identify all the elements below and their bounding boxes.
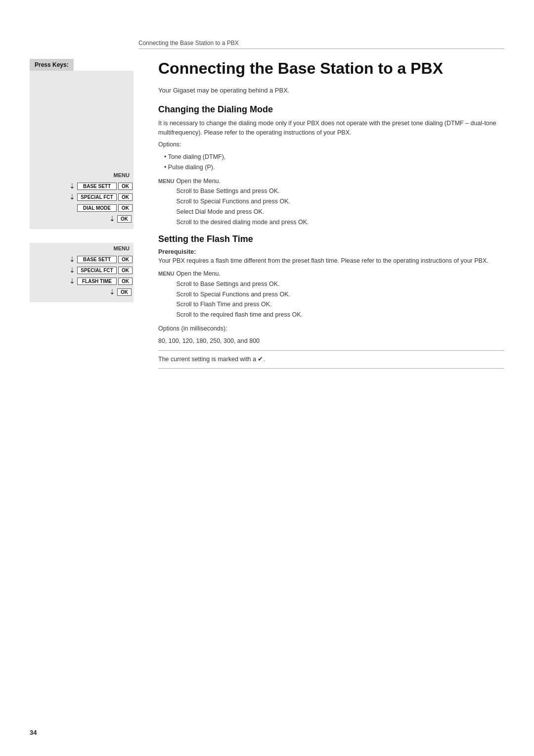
table-row: MENU Open the Menu.	[158, 269, 504, 279]
key-row-dial-mode: DIAL MODE OK	[30, 202, 134, 213]
prerequisite-text: Your PBX requires a flash time different…	[158, 256, 504, 266]
table-row: Scroll to Flash Time and press OK.	[158, 299, 504, 310]
section2-instruction-table: MENU Open the Menu. Scroll to Base Setti…	[158, 269, 504, 320]
key-ok-1: OK	[118, 183, 133, 190]
table-row: Scroll to Base Settings and press OK.	[158, 186, 504, 196]
step2-action-3: Scroll to Special Functions and press OK…	[176, 289, 504, 300]
key-base-sett-1: BASE SETT	[77, 183, 117, 190]
key-special-fct-1: SPECIAL FCT	[77, 193, 117, 201]
step-spacer	[158, 299, 176, 310]
key-base-sett-2: BASE SETT	[77, 256, 117, 263]
arrow-icon-1: ⇣	[69, 182, 75, 190]
step-action-5: Scroll to the desired dialing mode and p…	[176, 217, 504, 228]
page-number: 34	[30, 729, 37, 736]
step-key-menu-1: MENU	[158, 176, 176, 187]
table-row: Scroll to the desired dialing mode and p…	[158, 217, 504, 228]
key-ok-only-2: OK	[117, 288, 132, 296]
key-row-arrow-ok-2: ⇣ OK	[30, 286, 134, 297]
section1-title: Changing the Dialing Mode	[158, 104, 504, 115]
key-row-base-sett-1: ⇣ BASE SETT OK	[30, 181, 134, 191]
left-column: Press Keys: MENU ⇣ BASE SETT OK ⇣ S	[30, 59, 148, 374]
arrow-icon-5: ⇣	[69, 266, 75, 274]
step-action-3: Scroll to Special Functions and press OK…	[176, 196, 504, 207]
col-spacer	[30, 229, 148, 237]
key-ok-only-1: OK	[117, 215, 132, 223]
arrow-icon-3: ⇣	[109, 215, 115, 223]
arrow-icon-7: ⇣	[109, 288, 115, 296]
key-row-flash-time: ⇣ FLASH TIME OK	[30, 276, 134, 286]
table-row: Scroll to Special Functions and press OK…	[158, 289, 504, 300]
intro-text: Your Gigaset may be operating behind a P…	[158, 86, 504, 95]
table-row: Select Dial Mode and press OK.	[158, 207, 504, 217]
table-row: MENU Open the Menu.	[158, 176, 504, 187]
arrow-icon-4: ⇣	[69, 255, 75, 263]
step-key-menu-2: MENU	[158, 269, 176, 279]
prerequisite-label: Prerequisite:	[158, 248, 504, 255]
note-box: The current setting is marked with a ✔.	[158, 350, 504, 369]
page-container: Connecting the Base Station to a PBX Pre…	[0, 0, 534, 756]
key-dial-mode: DIAL MODE	[77, 204, 117, 212]
key-special-fct-2: SPECIAL FCT	[77, 267, 117, 274]
table-row: Scroll to the required flash time and pr…	[158, 310, 504, 320]
step-spacer	[158, 207, 176, 217]
key-row-menu-1: MENU	[30, 170, 134, 181]
section2-title: Setting the Flash Time	[158, 234, 504, 244]
step2-action-1: Open the Menu.	[176, 269, 504, 279]
section2-options-values: 80, 100, 120, 180, 250, 300, and 800	[158, 336, 504, 346]
key-row-menu-2: MENU	[30, 243, 134, 254]
key-row-special-fct-2: ⇣ SPECIAL FCT OK	[30, 265, 134, 276]
key-ok-6: OK	[118, 278, 133, 285]
two-col-layout: Press Keys: MENU ⇣ BASE SETT OK ⇣ S	[30, 59, 504, 374]
key-flash-time: FLASH TIME	[77, 278, 117, 285]
step-spacer	[158, 289, 176, 300]
left-section-1-keys: MENU ⇣ BASE SETT OK ⇣ SPECIAL FCT OK DIA…	[30, 170, 134, 229]
note-text: The current setting is marked with a ✔.	[158, 356, 265, 363]
key-row-base-sett-2: ⇣ BASE SETT OK	[30, 254, 134, 265]
left-grey-spacer-top	[30, 71, 134, 170]
table-row: Scroll to Special Functions and press OK…	[158, 196, 504, 207]
key-row-special-fct-1: ⇣ SPECIAL FCT OK	[30, 191, 134, 202]
key-ok-3: OK	[118, 204, 133, 212]
list-item: Pulse dialing (P).	[164, 163, 504, 172]
section1-instruction-table: MENU Open the Menu. Scroll to Base Setti…	[158, 176, 504, 228]
step-spacer	[158, 186, 176, 196]
key-ok-2: OK	[118, 193, 133, 201]
section1-options-list: Tone dialing (DTMF), Pulse dialing (P).	[164, 152, 504, 172]
arrow-icon-6: ⇣	[69, 277, 75, 285]
step-action-2: Scroll to Base Settings and press OK.	[176, 186, 504, 196]
step-action-4: Select Dial Mode and press OK.	[176, 207, 504, 217]
section1-options-label: Options:	[158, 140, 504, 149]
step-spacer	[158, 196, 176, 207]
section2-options-label: Options (in milliseconds):	[158, 324, 504, 333]
key-ok-4: OK	[118, 256, 133, 263]
step2-action-2: Scroll to Base Settings and press OK.	[176, 279, 504, 289]
menu-label-1: MENU	[114, 172, 132, 178]
breadcrumb: Connecting the Base Station to a PBX	[138, 40, 504, 49]
step2-action-4: Scroll to Flash Time and press OK.	[176, 299, 504, 310]
list-item: Tone dialing (DTMF),	[164, 152, 504, 162]
menu-label-2: MENU	[114, 245, 132, 251]
section1-description: It is necessary to change the dialing mo…	[158, 119, 504, 138]
step-spacer	[158, 310, 176, 320]
step-spacer	[158, 217, 176, 228]
table-row: Scroll to Base Settings and press OK.	[158, 279, 504, 289]
key-row-arrow-ok-1: ⇣ OK	[30, 213, 134, 224]
right-column: Connecting the Base Station to a PBX You…	[148, 59, 504, 374]
arrow-icon-2: ⇣	[69, 193, 75, 201]
left-section-2-keys: MENU ⇣ BASE SETT OK ⇣ SPECIAL FCT OK ⇣	[30, 243, 134, 302]
step2-action-5: Scroll to the required flash time and pr…	[176, 310, 504, 320]
press-keys-header: Press Keys:	[30, 59, 74, 71]
step-action-1: Open the Menu.	[176, 176, 504, 187]
main-title: Connecting the Base Station to a PBX	[158, 59, 504, 78]
step-spacer	[158, 279, 176, 289]
key-ok-5: OK	[118, 267, 133, 274]
